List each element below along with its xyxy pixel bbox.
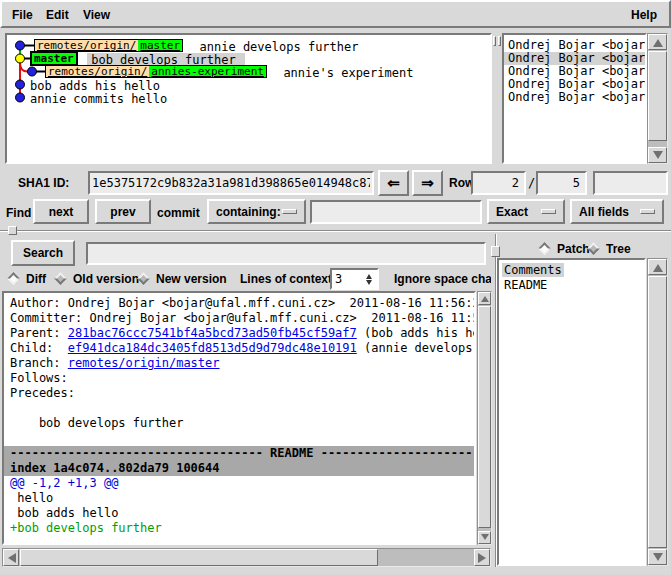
diff-context-line: hello bbox=[4, 491, 474, 506]
author-row-selected[interactable]: Ondrej Bojar <bojar@u bbox=[504, 52, 645, 65]
file-item-readme[interactable]: README bbox=[499, 278, 644, 293]
triangle-down-icon bbox=[481, 534, 489, 544]
patch-radio-icon[interactable] bbox=[538, 242, 551, 255]
triangle-left-icon bbox=[3, 553, 16, 563]
ref-head-name: master bbox=[32, 53, 76, 64]
pane-sash-columns[interactable] bbox=[492, 33, 502, 164]
find-label[interactable]: Find bbox=[6, 206, 31, 220]
pane-sash-horizontal[interactable] bbox=[0, 230, 671, 232]
commit-dot-4[interactable] bbox=[16, 80, 25, 89]
menu-item-edit[interactable]: Edit bbox=[46, 8, 69, 22]
history-back-button[interactable]: ⇐ bbox=[378, 170, 409, 196]
commit-row[interactable]: remotes/origin/annies-experiment annie's… bbox=[45, 65, 413, 78]
ref-label-master[interactable]: master bbox=[30, 51, 78, 66]
diff-file-header[interactable]: ----------------------------------- READ… bbox=[4, 446, 474, 461]
blank-line bbox=[4, 431, 474, 446]
file-item-label: Comments bbox=[502, 263, 564, 277]
diff-scrollbar[interactable] bbox=[477, 291, 492, 545]
parent-link[interactable]: 281bac76ccc7541bf4a5bcd73ad50fb45cf59af7 bbox=[68, 326, 357, 340]
history-forward-button[interactable]: ⇒ bbox=[412, 170, 443, 196]
triangle-up-icon bbox=[366, 271, 372, 279]
match-mode-dropdown[interactable]: Exact bbox=[487, 199, 565, 224]
scrollbar-thumb[interactable] bbox=[648, 276, 667, 548]
commit-dot-1[interactable] bbox=[16, 41, 25, 50]
ignore-space-checkbox-label[interactable]: Ignore space chang bbox=[394, 272, 491, 286]
spinbox-down-button[interactable] bbox=[362, 279, 376, 288]
ref-label-remote-annies-experiment[interactable]: remotes/origin/annies-experiment bbox=[45, 65, 267, 78]
scrollbar-up-button[interactable] bbox=[648, 34, 667, 50]
search-input[interactable] bbox=[86, 242, 486, 265]
commit-row[interactable]: bob adds his hello bbox=[30, 78, 160, 91]
fields-dropdown[interactable]: All fields bbox=[570, 199, 664, 224]
author-row[interactable]: Ondrej Bojar <bojar@u bbox=[504, 78, 645, 91]
menu-item-file[interactable]: File bbox=[12, 8, 33, 22]
sash-grip[interactable] bbox=[498, 36, 501, 46]
branch-label: Branch: bbox=[10, 356, 68, 370]
ref-remote-prefix: remotes/origin/ bbox=[35, 40, 138, 51]
sash-grip[interactable] bbox=[493, 36, 496, 46]
arrow-right-icon: ⇒ bbox=[421, 174, 434, 192]
scrollbar-thumb[interactable] bbox=[20, 549, 378, 566]
diff-added-line: +bob develops further bbox=[4, 521, 474, 536]
sha1-input[interactable] bbox=[88, 171, 374, 195]
scrollbar-thumb[interactable] bbox=[478, 306, 491, 528]
branch-link[interactable]: remotes/origin/master bbox=[68, 356, 220, 370]
find-input[interactable] bbox=[310, 200, 482, 224]
committer-label: Committer: bbox=[10, 311, 82, 325]
commit-row[interactable]: remotes/origin/master annie develops fur… bbox=[34, 39, 359, 52]
diff-hscrollbar[interactable] bbox=[2, 548, 491, 567]
lines-of-context-spinbox[interactable]: 3 bbox=[330, 268, 379, 290]
scrollbar-left-button[interactable] bbox=[3, 549, 19, 566]
new-version-radio-icon[interactable] bbox=[137, 272, 150, 285]
find-next-button[interactable]: next bbox=[33, 199, 89, 224]
old-version-radio-icon[interactable] bbox=[54, 272, 67, 285]
triangle-up-icon bbox=[653, 259, 663, 272]
scrollbar-down-button[interactable] bbox=[648, 147, 667, 163]
menu-item-view[interactable]: View bbox=[83, 8, 110, 22]
commit-row-selected[interactable]: master bob develops further bbox=[30, 52, 245, 65]
radio-tree-label[interactable]: Tree bbox=[606, 242, 631, 256]
author-row[interactable]: Ondrej Bojar <bojar@u bbox=[504, 39, 645, 52]
find-prev-button[interactable]: prev bbox=[95, 199, 151, 224]
sash-grip-vertical[interactable] bbox=[491, 246, 500, 257]
author-row[interactable]: Ondrej Bojar <bojar@u bbox=[504, 65, 645, 78]
detail-precedes-line: Precedes: bbox=[4, 386, 474, 401]
scrollbar-right-button[interactable] bbox=[474, 549, 490, 566]
diff-radio-icon[interactable] bbox=[7, 272, 20, 285]
triangle-up-icon bbox=[481, 292, 489, 302]
commit-dot-5[interactable] bbox=[16, 93, 25, 102]
row-total-field[interactable] bbox=[536, 171, 587, 195]
scrollbar-down-button[interactable] bbox=[648, 549, 667, 565]
child-subject: (annie develops further) bbox=[357, 341, 474, 355]
radio-diff-label[interactable]: Diff bbox=[26, 272, 46, 286]
commit-row[interactable]: annie commits hello bbox=[30, 91, 167, 104]
parent-label: Parent: bbox=[10, 326, 68, 340]
file-item-comments[interactable]: Comments bbox=[499, 263, 644, 278]
child-link[interactable]: ef941dca184dc3405fd8513d5d9d79dc48e10191 bbox=[68, 341, 357, 355]
commit-dot-head[interactable] bbox=[16, 54, 25, 63]
scrollbar-up-button[interactable] bbox=[648, 259, 667, 275]
row-current-field[interactable] bbox=[471, 171, 526, 195]
spinbox-up-button[interactable] bbox=[362, 270, 376, 279]
search-button[interactable]: Search bbox=[11, 240, 75, 266]
diff-text-panel[interactable]: Author: Ondrej Bojar <bojar@ufal.mff.cun… bbox=[2, 291, 476, 545]
commit-list-scrollbar[interactable] bbox=[647, 33, 668, 164]
commit-message-line: bob develops further bbox=[4, 416, 474, 431]
radio-new-version-label[interactable]: New version bbox=[156, 272, 227, 286]
containing-dropdown[interactable]: containing: bbox=[207, 199, 306, 224]
scrollbar-down-button[interactable] bbox=[478, 531, 491, 544]
radio-patch-label[interactable]: Patch bbox=[557, 242, 590, 256]
author-row[interactable]: Ondrej Bojar <bojar@u bbox=[504, 91, 645, 104]
file-list-scrollbar[interactable] bbox=[647, 258, 668, 566]
sash-grip-horizontal[interactable] bbox=[8, 226, 17, 235]
author-list-panel[interactable]: Ondrej Bojar <bojar@u Ondrej Bojar <boja… bbox=[502, 33, 647, 164]
containing-dropdown-label: containing: bbox=[216, 205, 281, 219]
menu-item-help[interactable]: Help bbox=[631, 8, 657, 22]
row-extra-field[interactable] bbox=[593, 171, 668, 195]
radio-old-version-label[interactable]: Old version bbox=[73, 272, 139, 286]
scrollbar-thumb[interactable] bbox=[648, 51, 667, 141]
file-list-panel[interactable]: Comments README bbox=[497, 258, 646, 566]
commit-dot-3[interactable] bbox=[28, 67, 37, 76]
scrollbar-up-button[interactable] bbox=[478, 292, 491, 305]
commit-graph-panel[interactable]: remotes/origin/master annie develops fur… bbox=[5, 33, 492, 164]
